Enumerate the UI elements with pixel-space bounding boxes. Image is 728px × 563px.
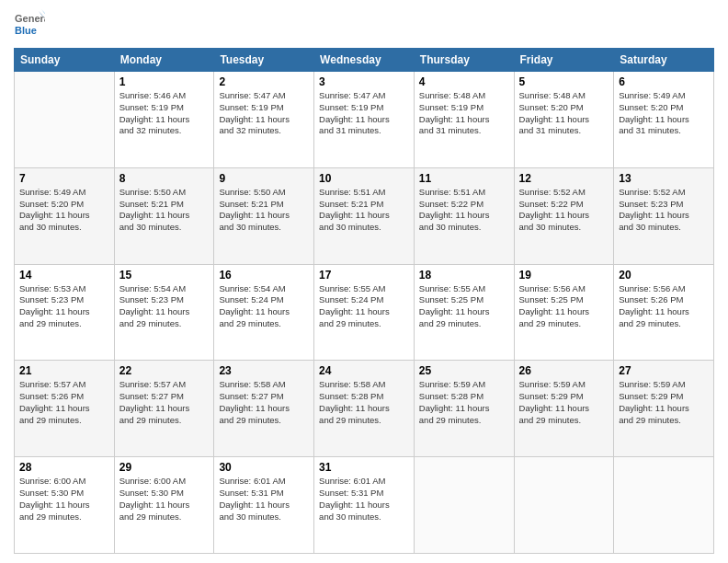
day-cell [514,457,614,554]
day-number: 25 [419,364,509,377]
day-cell: 20Sunrise: 5:56 AMSunset: 5:26 PMDayligh… [614,264,714,361]
day-number: 22 [119,364,210,377]
day-info: Sunrise: 6:00 AMSunset: 5:30 PMDaylight:… [19,476,109,523]
day-cell: 28Sunrise: 6:00 AMSunset: 5:30 PMDayligh… [15,457,115,554]
day-info: Sunrise: 5:58 AMSunset: 5:27 PMDaylight:… [219,379,309,426]
day-info: Sunrise: 5:52 AMSunset: 5:22 PMDaylight:… [519,187,609,234]
day-number: 7 [19,172,109,185]
day-cell: 12Sunrise: 5:52 AMSunset: 5:22 PMDayligh… [514,167,614,264]
day-number: 14 [19,269,109,282]
week-row-4: 21Sunrise: 5:57 AMSunset: 5:26 PMDayligh… [15,361,714,457]
day-info: Sunrise: 5:59 AMSunset: 5:29 PMDaylight:… [519,379,609,426]
day-info: Sunrise: 5:53 AMSunset: 5:23 PMDaylight:… [19,283,109,330]
day-info: Sunrise: 5:54 AMSunset: 5:23 PMDaylight:… [119,283,210,330]
weekday-header-tuesday: Tuesday [214,49,314,72]
day-number: 3 [319,75,409,88]
day-cell: 30Sunrise: 6:01 AMSunset: 5:31 PMDayligh… [214,457,314,554]
day-info: Sunrise: 5:59 AMSunset: 5:29 PMDaylight:… [619,379,709,426]
day-cell: 10Sunrise: 5:51 AMSunset: 5:21 PMDayligh… [314,167,415,264]
svg-text:General: General [15,13,45,24]
day-cell: 9Sunrise: 5:50 AMSunset: 5:21 PMDaylight… [214,167,314,264]
day-number: 19 [519,269,609,282]
logo: General Blue [14,9,45,40]
day-cell: 2Sunrise: 5:47 AMSunset: 5:19 PMDaylight… [214,72,314,168]
day-cell: 14Sunrise: 5:53 AMSunset: 5:23 PMDayligh… [15,264,115,361]
day-number: 31 [319,461,409,474]
day-info: Sunrise: 6:01 AMSunset: 5:31 PMDaylight:… [319,476,409,523]
day-info: Sunrise: 5:47 AMSunset: 5:19 PMDaylight:… [219,90,309,137]
day-cell: 18Sunrise: 5:55 AMSunset: 5:25 PMDayligh… [414,264,514,361]
day-number: 17 [319,269,409,282]
day-info: Sunrise: 5:51 AMSunset: 5:22 PMDaylight:… [419,187,509,234]
day-number: 27 [619,364,709,377]
day-cell: 22Sunrise: 5:57 AMSunset: 5:27 PMDayligh… [114,361,214,457]
page: General Blue SundayMondayTuesdayWednesda… [0,0,728,563]
day-cell: 5Sunrise: 5:48 AMSunset: 5:20 PMDaylight… [514,72,614,168]
day-number: 18 [419,269,509,282]
day-number: 6 [619,75,709,88]
day-info: Sunrise: 5:47 AMSunset: 5:19 PMDaylight:… [319,90,409,137]
day-cell: 27Sunrise: 5:59 AMSunset: 5:29 PMDayligh… [614,361,714,457]
day-cell [15,72,115,168]
day-number: 1 [119,75,210,88]
day-cell: 16Sunrise: 5:54 AMSunset: 5:24 PMDayligh… [214,264,314,361]
day-info: Sunrise: 5:56 AMSunset: 5:25 PMDaylight:… [519,283,609,330]
day-number: 29 [119,461,210,474]
day-number: 2 [219,75,309,88]
week-row-5: 28Sunrise: 6:00 AMSunset: 5:30 PMDayligh… [15,457,714,554]
day-cell: 17Sunrise: 5:55 AMSunset: 5:24 PMDayligh… [314,264,415,361]
day-info: Sunrise: 5:49 AMSunset: 5:20 PMDaylight:… [619,90,709,137]
day-info: Sunrise: 5:57 AMSunset: 5:27 PMDaylight:… [119,379,210,426]
day-info: Sunrise: 5:58 AMSunset: 5:28 PMDaylight:… [319,379,409,426]
header: General Blue [14,9,714,40]
day-cell: 13Sunrise: 5:52 AMSunset: 5:23 PMDayligh… [614,167,714,264]
day-number: 5 [519,75,609,88]
weekday-header-friday: Friday [514,49,614,72]
day-info: Sunrise: 5:59 AMSunset: 5:28 PMDaylight:… [419,379,509,426]
day-cell: 3Sunrise: 5:47 AMSunset: 5:19 PMDaylight… [314,72,415,168]
week-row-1: 1Sunrise: 5:46 AMSunset: 5:19 PMDaylight… [15,72,714,168]
day-info: Sunrise: 5:50 AMSunset: 5:21 PMDaylight:… [219,187,309,234]
day-info: Sunrise: 5:55 AMSunset: 5:25 PMDaylight:… [419,283,509,330]
weekday-header-sunday: Sunday [15,49,115,72]
day-info: Sunrise: 5:56 AMSunset: 5:26 PMDaylight:… [619,283,709,330]
day-info: Sunrise: 5:57 AMSunset: 5:26 PMDaylight:… [19,379,109,426]
day-info: Sunrise: 5:51 AMSunset: 5:21 PMDaylight:… [319,187,409,234]
day-info: Sunrise: 6:00 AMSunset: 5:30 PMDaylight:… [119,476,210,523]
day-cell: 7Sunrise: 5:49 AMSunset: 5:20 PMDaylight… [15,167,115,264]
day-cell: 4Sunrise: 5:48 AMSunset: 5:19 PMDaylight… [414,72,514,168]
day-number: 9 [219,172,309,185]
day-cell: 26Sunrise: 5:59 AMSunset: 5:29 PMDayligh… [514,361,614,457]
day-number: 15 [119,269,210,282]
day-info: Sunrise: 5:54 AMSunset: 5:24 PMDaylight:… [219,283,309,330]
day-cell: 19Sunrise: 5:56 AMSunset: 5:25 PMDayligh… [514,264,614,361]
day-cell: 8Sunrise: 5:50 AMSunset: 5:21 PMDaylight… [114,167,214,264]
day-number: 10 [319,172,409,185]
day-number: 26 [519,364,609,377]
day-info: Sunrise: 5:50 AMSunset: 5:21 PMDaylight:… [119,187,210,234]
day-info: Sunrise: 5:48 AMSunset: 5:20 PMDaylight:… [519,90,609,137]
weekday-header-row: SundayMondayTuesdayWednesdayThursdayFrid… [15,49,714,72]
weekday-header-monday: Monday [114,49,214,72]
day-number: 23 [219,364,309,377]
day-number: 30 [219,461,309,474]
day-cell: 23Sunrise: 5:58 AMSunset: 5:27 PMDayligh… [214,361,314,457]
day-number: 16 [219,269,309,282]
day-info: Sunrise: 5:48 AMSunset: 5:19 PMDaylight:… [419,90,509,137]
day-number: 24 [319,364,409,377]
day-number: 12 [519,172,609,185]
day-number: 20 [619,269,709,282]
day-cell: 1Sunrise: 5:46 AMSunset: 5:19 PMDaylight… [114,72,214,168]
day-info: Sunrise: 5:55 AMSunset: 5:24 PMDaylight:… [319,283,409,330]
logo-container: General Blue [14,9,45,40]
weekday-header-thursday: Thursday [414,49,514,72]
day-number: 4 [419,75,509,88]
week-row-2: 7Sunrise: 5:49 AMSunset: 5:20 PMDaylight… [15,167,714,264]
day-info: Sunrise: 5:46 AMSunset: 5:19 PMDaylight:… [119,90,210,137]
day-number: 11 [419,172,509,185]
day-cell [614,457,714,554]
day-info: Sunrise: 6:01 AMSunset: 5:31 PMDaylight:… [219,476,309,523]
day-cell: 31Sunrise: 6:01 AMSunset: 5:31 PMDayligh… [314,457,415,554]
day-cell [414,457,514,554]
day-cell: 6Sunrise: 5:49 AMSunset: 5:20 PMDaylight… [614,72,714,168]
